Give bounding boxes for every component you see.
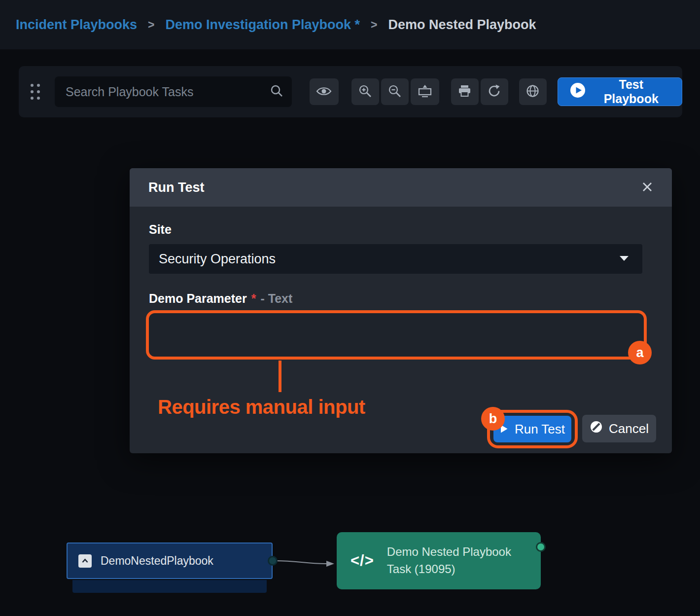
- fit-to-screen-button[interactable]: [411, 78, 439, 105]
- breadcrumb-incident-playbooks[interactable]: Incident Playbooks: [16, 17, 137, 33]
- zoom-out-button[interactable]: [381, 78, 409, 105]
- zoom-in-icon: [358, 84, 372, 99]
- refresh-icon: [488, 84, 501, 99]
- breadcrumb-demo-investigation-playbook[interactable]: Demo Investigation Playbook *: [166, 17, 360, 33]
- test-playbook-label: Test Playbook: [593, 77, 670, 106]
- input-port[interactable]: [536, 542, 546, 552]
- playbook-toolbar: Test Playbook: [19, 66, 682, 117]
- cancel-icon: [590, 420, 603, 437]
- annotation-pointer-line: [279, 361, 281, 392]
- close-button[interactable]: [641, 181, 653, 194]
- node-title: Demo Nested Playbook Task (19095): [387, 544, 511, 578]
- demo-parameter-input-highlight: a: [146, 310, 647, 360]
- required-mark: *: [251, 291, 256, 306]
- print-button[interactable]: [451, 78, 479, 105]
- code-icon: </>: [350, 552, 374, 570]
- run-test-highlight: Run Test b: [487, 410, 578, 448]
- breadcrumb-separator: >: [148, 18, 154, 32]
- annotation-badge-a: a: [628, 341, 652, 364]
- toggle-visibility-button[interactable]: [310, 78, 338, 105]
- run-test-label: Run Test: [515, 422, 565, 437]
- node-footer: [72, 580, 267, 593]
- eye-icon: [316, 86, 332, 98]
- node-demo-nested-playbook-task[interactable]: </> Demo Nested Playbook Task (19095): [337, 532, 541, 589]
- run-test-modal: Run Test Site Security Operations Demo P…: [130, 168, 672, 453]
- modal-title: Run Test: [148, 180, 205, 195]
- search-input[interactable]: [55, 76, 292, 107]
- parameter-label: Demo Parameter: [149, 291, 247, 306]
- playbook-editor-screen: Incident Playbooks > Demo Investigation …: [0, 0, 700, 616]
- globe-button[interactable]: [519, 78, 547, 105]
- zoom-out-icon: [388, 84, 401, 99]
- annotation-note: Requires manual input: [158, 396, 365, 418]
- search-box: [55, 76, 292, 107]
- fit-screen-icon: [418, 85, 432, 99]
- site-select[interactable]: Security Operations: [149, 244, 642, 274]
- breadcrumb-demo-nested-playbook: Demo Nested Playbook: [388, 17, 536, 33]
- demo-parameter-input[interactable]: [149, 313, 644, 357]
- cancel-button[interactable]: Cancel: [582, 415, 656, 442]
- collapse-icon[interactable]: [78, 554, 92, 568]
- node-title-line1: Demo Nested Playbook: [387, 545, 511, 558]
- modal-header: Run Test: [130, 168, 672, 207]
- drag-handle-icon[interactable]: [31, 84, 40, 100]
- refresh-button[interactable]: [481, 78, 508, 105]
- test-playbook-button[interactable]: Test Playbook: [558, 77, 683, 106]
- print-icon: [458, 85, 471, 99]
- zoom-in-button[interactable]: [351, 78, 379, 105]
- output-port[interactable]: [268, 556, 278, 566]
- output-controls: [451, 78, 508, 105]
- site-label: Site: [149, 222, 172, 237]
- play-circle-icon: [570, 82, 586, 101]
- close-icon: [641, 181, 653, 194]
- node-title-line2: Task (19095): [387, 562, 455, 576]
- caret-down-icon: [619, 254, 630, 263]
- breadcrumb: Incident Playbooks > Demo Investigation …: [0, 0, 700, 49]
- parameter-label-row: Demo Parameter * - Text: [149, 291, 292, 306]
- breadcrumb-separator: >: [371, 18, 377, 32]
- zoom-controls: [351, 78, 439, 105]
- annotation-badge-b: b: [481, 407, 505, 431]
- node-label: DemoNestedPlaybook: [101, 554, 213, 568]
- node-demo-nested-playbook[interactable]: DemoNestedPlaybook: [67, 543, 273, 579]
- search-icon: [270, 84, 283, 99]
- cancel-label: Cancel: [609, 421, 649, 436]
- globe-icon: [526, 84, 539, 99]
- run-test-button[interactable]: Run Test: [493, 416, 571, 442]
- parameter-type: - Text: [260, 291, 292, 306]
- site-selected-value: Security Operations: [159, 252, 276, 267]
